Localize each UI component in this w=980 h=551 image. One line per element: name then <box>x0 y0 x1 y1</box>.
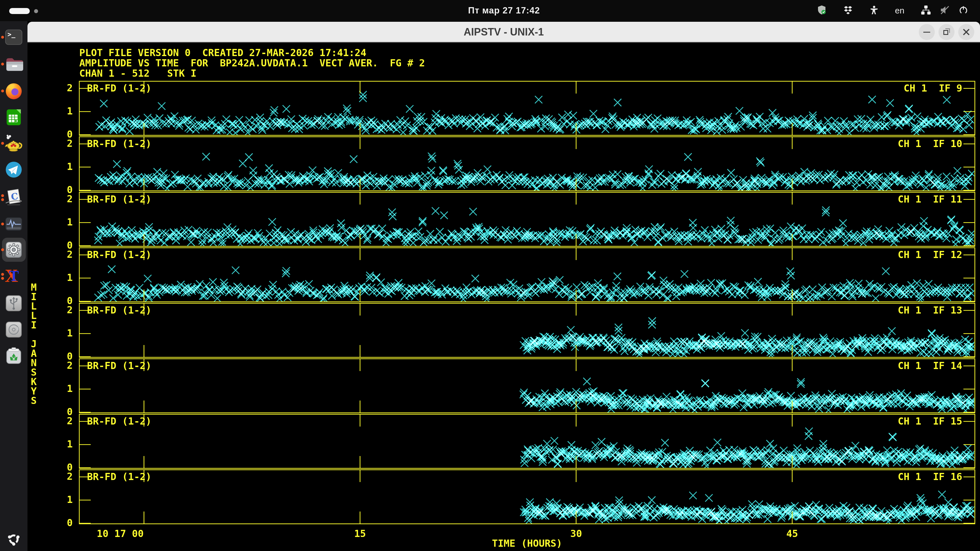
libreoffice-calc-icon <box>4 108 23 127</box>
svg-text:>_: >_ <box>8 30 16 38</box>
running-indicator-dot <box>1 198 4 201</box>
system-monitor-icon <box>4 214 23 233</box>
usb-drive-icon <box>4 294 23 313</box>
show-apps-button[interactable] <box>0 528 27 551</box>
keyboard-layout-indicator[interactable]: en <box>895 6 904 16</box>
running-indicator-dot <box>1 63 4 65</box>
dock-item-usb-drive[interactable] <box>0 290 27 317</box>
running-indicator-dot <box>1 222 4 225</box>
aipstv-display-area <box>27 42 980 551</box>
dock-item-file-manager[interactable] <box>0 51 27 78</box>
running-indicator-dot <box>1 142 4 145</box>
dock-item-settings-gear[interactable] <box>0 237 27 264</box>
window-controls <box>919 24 974 40</box>
ubuntu-logo-icon <box>6 532 21 547</box>
running-indicator-dot <box>1 194 4 197</box>
dock-item-document-editor[interactable]: C <box>0 184 27 211</box>
running-indicator-dot <box>1 273 4 276</box>
running-indicator-dot <box>1 89 4 92</box>
settings-gear-icon <box>4 240 23 259</box>
dock-item-telegram[interactable] <box>0 157 27 183</box>
volume-muted-icon[interactable] <box>939 4 950 17</box>
clock[interactable]: Пт мар 27 17:42 <box>468 0 540 21</box>
cd-drive-icon <box>4 320 23 339</box>
telegram-icon <box>4 160 23 179</box>
minimize-icon <box>923 32 930 33</box>
dock-item-cd-drive[interactable] <box>0 316 27 343</box>
running-indicator-dot <box>1 36 4 39</box>
shield-check-icon[interactable] <box>816 4 827 17</box>
trash-icon <box>4 346 23 365</box>
terminal-icon: >_ <box>4 28 23 47</box>
dock-item-terminal[interactable]: >_ <box>0 24 27 51</box>
file-manager-icon <box>4 55 23 73</box>
dock-item-firefox[interactable] <box>0 78 27 105</box>
top-system-bar: Пт мар 27 17:42 en <box>0 0 980 21</box>
dock-item-system-monitor[interactable] <box>0 211 27 238</box>
accessibility-icon[interactable] <box>869 4 879 17</box>
dock-item-xterm[interactable]: XT <box>0 263 27 290</box>
dock-item-aips-lamp[interactable] <box>0 130 27 157</box>
system-tray: en <box>816 0 969 21</box>
workspace-dot-indicator[interactable] <box>34 9 38 13</box>
document-editor-icon: C <box>4 188 23 207</box>
maximize-button[interactable] <box>939 24 955 40</box>
close-button[interactable] <box>958 24 974 40</box>
workspace-pill-indicator[interactable] <box>9 8 30 14</box>
dock-item-trash[interactable] <box>0 343 27 370</box>
xterm-icon: XT <box>4 267 23 286</box>
running-indicator-dot <box>1 248 4 251</box>
aips-lamp-icon <box>4 134 23 153</box>
power-icon[interactable] <box>958 4 969 17</box>
window-titlebar[interactable]: AIPSTV - UNIX-1 <box>27 22 980 42</box>
running-indicator-dot <box>1 277 4 280</box>
dropbox-icon[interactable] <box>843 4 853 17</box>
firefox-icon <box>4 81 23 100</box>
network-wired-icon[interactable] <box>921 4 931 17</box>
dock-item-libreoffice-calc[interactable] <box>0 104 27 131</box>
dock: >_CXT <box>0 21 27 551</box>
window-title: AIPSTV - UNIX-1 <box>464 22 544 42</box>
minimize-button[interactable] <box>919 24 935 40</box>
